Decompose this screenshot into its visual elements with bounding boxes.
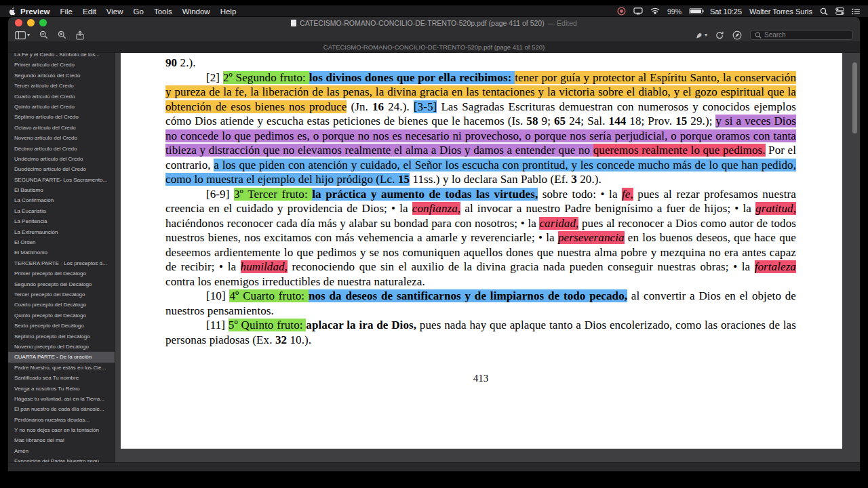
sidebar-item[interactable]: TERCERA PARTE - Los preceptos d... (8, 258, 115, 268)
menu-item-window[interactable]: Window (182, 7, 210, 16)
sidebar-item[interactable]: Hágase tu voluntad, así en la Tierra... (8, 394, 115, 404)
sidebar-item[interactable]: Noveno precepto del Decálogo (8, 342, 115, 352)
menubar-user[interactable]: Walter Torres Suris (749, 7, 812, 16)
menu-item-help[interactable]: Help (220, 7, 237, 16)
sidebar-item[interactable]: SEGUNDA PARTE- Los Sacramento... (8, 175, 115, 185)
text-run: 3 (571, 173, 577, 186)
search-input[interactable] (764, 31, 848, 39)
document-tab-title[interactable]: CATECISMO-ROMANO-CONCILIO-DE-TRENTO-520p… (323, 43, 545, 51)
menu-item-tools[interactable]: Tools (154, 7, 172, 16)
sidebar-item[interactable]: Octavo artículo del Credo (8, 123, 115, 133)
notification-list-icon[interactable] (852, 8, 860, 15)
fullscreen-button[interactable] (39, 19, 47, 26)
sidebar-item[interactable]: El pan nuestro de cada día dánosle... (8, 404, 115, 414)
sidebar-item[interactable]: Noveno artículo del Credo (8, 133, 115, 143)
window-title-text: CATECISMO-ROMANO-CONCILIO-DE-TRENTO-520p… (300, 19, 545, 27)
sidebar-item[interactable]: Undécimo artículo del Credo (8, 154, 115, 164)
sidebar-item[interactable]: Quinto artículo del Credo (8, 102, 115, 112)
sidebar-item[interactable]: Padre Nuestro, que estás en los Cie... (8, 363, 115, 373)
sidebar-item[interactable]: El Matrimonio (8, 247, 115, 258)
menu-item-go[interactable]: Go (134, 7, 144, 16)
text-run: 58 (526, 115, 538, 127)
vertical-scrollbar-thumb[interactable] (852, 62, 857, 134)
highlight-button[interactable]: ▾ (695, 31, 707, 39)
sidebar-item[interactable]: Segundo precepto del Decálogo (8, 279, 115, 289)
sidebar-item[interactable]: La Fe y el Credo - Símbolo de los... (8, 53, 115, 60)
sidebar-toggle-button[interactable]: ▾ (15, 31, 30, 39)
menu-item-edit[interactable]: Edit (83, 7, 96, 16)
text-run: 32 (275, 333, 287, 346)
sidebar-item[interactable]: Séptimo artículo del Credo (8, 112, 115, 122)
paragraph: [2] 2º Segundo fruto: los divinos dones … (165, 70, 796, 187)
sidebar-item[interactable]: Décimo artículo del Credo (8, 144, 115, 154)
sidebar-item[interactable]: Exposición del Padre Nuestro segú... (8, 456, 115, 462)
text-run: 9; (538, 115, 554, 127)
text-run: haciéndonos reconocer cada día más y ala… (165, 217, 539, 230)
text-run: 65 (554, 115, 566, 127)
toolbar-left-group: ▾ (15, 30, 84, 40)
sidebar-item[interactable]: El Bautismo (8, 185, 115, 195)
text-run: 15 (675, 115, 687, 127)
sidebar-item[interactable]: Séptimo precepto del Decálogo (8, 331, 115, 342)
text-run: contra los enemigos irreductibles de nue… (165, 275, 425, 288)
minimize-button[interactable] (27, 19, 35, 26)
text-run: 2.). (177, 56, 195, 69)
sidebar-item[interactable]: Amén (8, 446, 115, 456)
zoom-out-button[interactable] (39, 30, 48, 39)
text-run: al invocar a nuestro Padre benignísimo a… (460, 202, 755, 215)
battery-percent: 99% (667, 7, 682, 16)
display-icon[interactable] (633, 7, 643, 15)
text-run: 11ss.) y lo declara San Pablo (Ef. (410, 173, 571, 186)
sidebar-item[interactable]: Cuarto artículo del Credo (8, 92, 115, 102)
paragraph: 90 2.). (165, 56, 796, 70)
markup-button[interactable] (732, 30, 742, 40)
apple-menu-icon[interactable] (8, 7, 16, 16)
pdf-doc-icon (291, 20, 296, 26)
close-button[interactable] (15, 19, 22, 26)
sidebar-item[interactable]: Duodécimo artículo del Credo (8, 164, 115, 174)
sidebar-item[interactable]: CUARTA PARTE - De la oración (8, 352, 115, 362)
control-center-icon[interactable] (835, 7, 844, 15)
menubar-status: 99% Sat 10:25 Walter Torres Suris (617, 7, 860, 16)
window-toolbar: ▾ ▾ (8, 28, 860, 42)
text-run: los divinos dones que por ella recibimos… (309, 71, 515, 84)
toolbar-search[interactable] (750, 30, 853, 40)
wifi-icon[interactable] (650, 7, 660, 15)
sidebar-item[interactable]: Primer artículo del Credo (8, 60, 115, 70)
document-tab-bar: CATECISMO-ROMANO-CONCILIO-DE-TRENTO-520p… (8, 42, 860, 53)
sidebar-item[interactable]: Quinto precepto del Decálogo (8, 310, 115, 321)
pdf-page[interactable]: 90 2.).[2] 2º Segundo fruto: los divinos… (121, 53, 842, 449)
window-titlebar: CATECISMO-ROMANO-CONCILIO-DE-TRENTO-520p… (8, 17, 860, 28)
search-icon (755, 32, 762, 39)
sidebar-item[interactable]: La Extremaunción (8, 227, 115, 237)
sidebar-item[interactable]: El Orden (8, 237, 115, 247)
sidebar-item[interactable]: Tercer precepto del Decálogo (8, 289, 115, 300)
menubar-clock[interactable]: Sat 10:25 (710, 7, 742, 16)
spotlight-search-icon[interactable] (820, 7, 828, 16)
menu-item-preview[interactable]: Preview (20, 7, 50, 16)
share-button[interactable] (76, 30, 84, 40)
rotate-button[interactable] (715, 31, 724, 39)
text-run: reconociendo que sin el auxilio de la di… (288, 260, 755, 273)
text-run: 24; Sal. (566, 115, 608, 127)
sidebar-item[interactable]: Perdónanos nuestras deudas... (8, 415, 115, 425)
sidebar-item[interactable]: Sexto precepto del Decálogo (8, 321, 115, 331)
sidebar-item[interactable]: Venga a nosotros Tu Reino (8, 384, 115, 394)
menu-item-file[interactable]: File (60, 7, 73, 16)
sidebar-item[interactable]: Tercer artículo del Credo (8, 81, 115, 91)
sidebar-item[interactable]: Santificado sea Tu nombre (8, 373, 115, 383)
sidebar-item[interactable]: La Eucaristía (8, 206, 115, 216)
text-run: nos da deseos de santificarnos y de limp… (309, 289, 627, 302)
sidebar-item[interactable]: Cuarto precepto del Decálogo (8, 300, 115, 310)
sidebar-item[interactable]: La Penitencia (8, 216, 115, 226)
sidebar-item[interactable]: Y no nos dejes caer en la tentación (8, 425, 115, 435)
sidebar-item[interactable]: Primer precepto del Decálogo (8, 268, 115, 279)
paragraph: [10] 4º Cuarto fruto: nos da deseos de s… (165, 289, 796, 318)
chevron-down-icon: ▾ (27, 32, 30, 38)
zoom-in-button[interactable] (58, 30, 66, 39)
menu-item-view[interactable]: View (106, 7, 123, 16)
sidebar-item[interactable]: Segundo artículo del Credo (8, 70, 115, 81)
screen-record-icon[interactable] (617, 7, 626, 16)
sidebar-item[interactable]: Mas líbranos del mal (8, 435, 115, 445)
sidebar-item[interactable]: La Confirmación (8, 195, 115, 205)
